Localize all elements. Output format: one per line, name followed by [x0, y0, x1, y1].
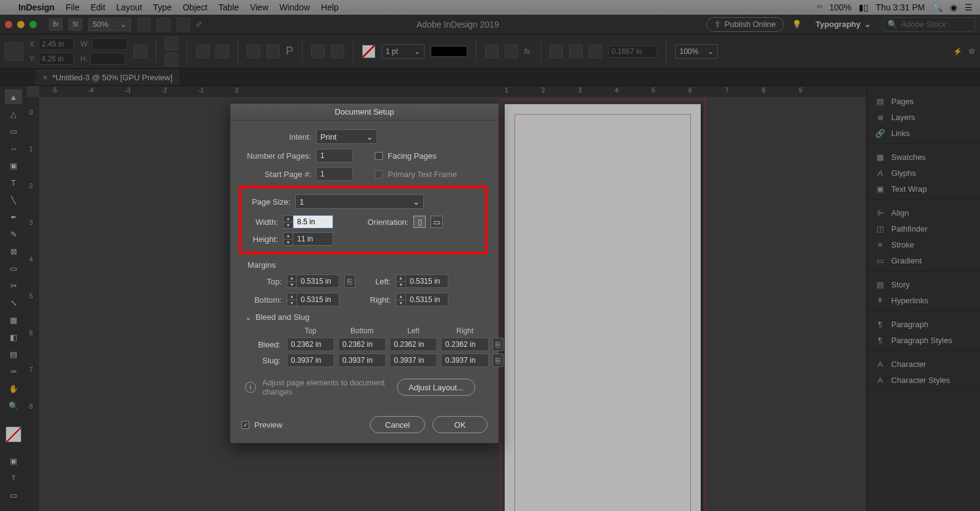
panel-layers[interactable]: ≣Layers — [867, 109, 980, 125]
mright-stepper[interactable]: ▲▼ — [396, 293, 405, 306]
percent-select[interactable]: 100%⌄ — [675, 44, 718, 59]
panel-hyperlinks[interactable]: ⚘Hyperlinks — [867, 292, 980, 308]
fx-icon[interactable]: fx. — [524, 47, 532, 56]
stroke-weight-select[interactable]: 1 pt⌄ — [382, 44, 424, 59]
shear-field[interactable] — [165, 53, 178, 66]
height-stepper[interactable]: ▲▼ — [283, 232, 293, 246]
gap-tool[interactable]: ↔ — [5, 141, 22, 156]
opt-icon[interactable] — [311, 45, 325, 58]
rotate-ccw-icon[interactable] — [266, 45, 280, 58]
startpage-field[interactable] — [316, 167, 353, 181]
eyedropper-tool[interactable]: ✑ — [5, 364, 22, 379]
w-field[interactable] — [92, 38, 127, 50]
lightbulb-icon[interactable]: 💡 — [790, 20, 804, 29]
orientation-landscape[interactable]: ▭ — [431, 216, 443, 228]
fill-stroke-swatch[interactable] — [6, 426, 21, 442]
bleed-top[interactable] — [287, 338, 334, 351]
facing-checkbox[interactable] — [375, 152, 383, 160]
panel-story[interactable]: ▤Story — [867, 276, 980, 292]
menu-view[interactable]: View — [250, 2, 268, 12]
bleed-left[interactable] — [390, 338, 437, 351]
width-stepper[interactable]: ▲▼ — [283, 215, 293, 229]
publish-online-button[interactable]: ⇧Publish Online — [706, 17, 784, 32]
ok-button[interactable]: OK — [432, 416, 488, 433]
panel-glyphs[interactable]: AGlyphs — [867, 165, 980, 181]
numpages-field[interactable] — [316, 149, 353, 162]
horizontal-ruler[interactable]: -5 -4 -3 -2 -1 0 1 2 3 4 5 6 7 8 9 — [39, 86, 866, 97]
panel-paragraph-styles[interactable]: ¶Paragraph Styles — [867, 332, 980, 348]
menu-edit[interactable]: Edit — [91, 2, 105, 12]
width-field[interactable] — [293, 215, 333, 229]
orientation-portrait[interactable]: ▯ — [413, 216, 426, 228]
bridge-button[interactable]: Br — [49, 18, 62, 31]
page-tool[interactable]: ▭ — [5, 124, 22, 138]
arrange-icon[interactable] — [176, 18, 190, 31]
window-controls[interactable] — [5, 21, 37, 28]
quick-apply-icon[interactable]: ⚡ — [953, 47, 962, 56]
list-icon[interactable]: ☰ — [965, 2, 973, 12]
stroke-style[interactable] — [431, 46, 467, 57]
close-icon[interactable] — [5, 21, 12, 28]
menu-layout[interactable]: Layout — [116, 2, 142, 12]
zoom-tool[interactable]: 🔍 — [5, 398, 22, 413]
panel-gradient[interactable]: ▭Gradient — [867, 252, 980, 268]
fit-value-field[interactable]: 0.1667 in — [608, 45, 657, 58]
zoom-select[interactable]: 50%⌄ — [88, 18, 131, 31]
slug-right[interactable] — [441, 354, 489, 367]
note-tool[interactable]: ▤ — [5, 347, 22, 361]
pagesize-select[interactable]: 1⌄ — [295, 194, 424, 209]
selection-tool[interactable]: ▲ — [5, 89, 22, 104]
bleed-right[interactable] — [441, 338, 489, 351]
panel-character-styles[interactable]: ACharacter Styles — [867, 372, 980, 388]
menu-file[interactable]: File — [66, 2, 80, 12]
gradient-feather-tool[interactable]: ◧ — [5, 330, 22, 344]
mleft-field[interactable] — [405, 274, 448, 288]
line-tool[interactable]: ╲ — [5, 192, 22, 207]
slug-left[interactable] — [390, 354, 437, 367]
bleed-bottom[interactable] — [338, 338, 386, 351]
menu-help[interactable]: Help — [321, 2, 339, 12]
gpu-icon[interactable]: ✐ — [196, 20, 209, 29]
apply-color-icon[interactable]: T — [5, 471, 22, 485]
reference-point-icon[interactable] — [5, 42, 23, 61]
stock-button[interactable]: St — [69, 18, 82, 31]
adjust-layout-button[interactable]: Adjust Layout... — [397, 379, 475, 396]
screen-mode-icon[interactable]: ▭ — [5, 488, 22, 502]
rectangle-tool[interactable]: ▭ — [5, 261, 22, 276]
textwrap-icon2[interactable] — [569, 45, 582, 58]
clock[interactable]: Thu 3:31 PM — [876, 2, 925, 12]
screen-mode-icon[interactable] — [157, 18, 170, 31]
constrain-icon[interactable] — [134, 45, 147, 58]
pen-tool[interactable]: ✒ — [5, 210, 22, 224]
type-tool[interactable]: T — [5, 175, 22, 190]
direct-selection-tool[interactable]: △ — [5, 107, 22, 121]
vertical-ruler[interactable]: 0 1 2 3 4 5 6 7 8 — [27, 97, 39, 511]
bleed-link-icon[interactable]: ⎘ — [492, 338, 503, 351]
rotate-field[interactable] — [165, 37, 178, 50]
zoom-icon[interactable] — [29, 21, 37, 28]
rotate-cw-icon[interactable] — [247, 45, 260, 58]
x-field[interactable]: 2.45 in — [39, 38, 74, 50]
frame-fit-icon[interactable] — [485, 45, 499, 58]
slug-top[interactable] — [287, 354, 334, 367]
preview-checkbox[interactable]: ✓ — [241, 421, 249, 429]
spotlight-icon[interactable]: 🔍 — [932, 2, 943, 12]
corner-icon[interactable] — [589, 45, 602, 58]
gradient-swatch-tool[interactable]: ▦ — [5, 312, 22, 327]
intent-select[interactable]: Print⌄ — [316, 129, 377, 144]
panel-align[interactable]: ⊫Align — [867, 205, 980, 221]
y-field[interactable]: 4.26 in — [39, 53, 74, 65]
close-tab-icon[interactable]: × — [43, 73, 48, 82]
panel-swatches[interactable]: ▦Swatches — [867, 149, 980, 165]
menu-window[interactable]: Window — [279, 2, 310, 12]
siri-icon[interactable]: ◉ — [950, 2, 957, 12]
height-field[interactable] — [293, 232, 333, 246]
menu-object[interactable]: Object — [183, 2, 207, 12]
battery-icon[interactable]: ▮▯ — [859, 2, 869, 12]
scissors-tool[interactable]: ✂ — [5, 278, 22, 293]
mbot-field[interactable] — [296, 293, 339, 306]
view-opts-icon[interactable] — [137, 18, 151, 31]
hand-tool[interactable]: ✋ — [5, 381, 22, 396]
rectangle-frame-tool[interactable]: ⊠ — [5, 244, 22, 259]
document-page[interactable] — [505, 104, 701, 511]
